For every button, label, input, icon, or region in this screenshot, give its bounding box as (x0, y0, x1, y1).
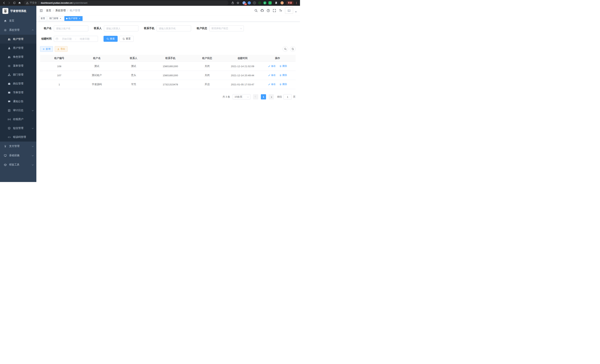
sidebar-item-post[interactable]: 岗位管理 (0, 79, 36, 88)
browser-back-button[interactable] (1, 0, 6, 5)
breadcrumb-home[interactable]: 首页 (46, 9, 51, 12)
current-page-button[interactable]: 1 (261, 94, 266, 99)
date-separator: - (75, 37, 76, 40)
browser-forward-button[interactable] (7, 0, 11, 5)
user-avatar[interactable] (285, 7, 293, 14)
user-icon (8, 47, 10, 49)
close-icon[interactable] (78, 17, 81, 20)
tenant-id-cell: 107 (40, 74, 78, 77)
status-label: 租户状态 (197, 27, 207, 30)
actions-cell: 修改 删除 (260, 74, 296, 77)
sidebar-item-error-code[interactable]: 错误码管理 (0, 133, 36, 141)
extensions-puzzle-icon[interactable] (274, 0, 279, 5)
prev-page-button[interactable] (253, 94, 258, 99)
share-button[interactable] (230, 0, 235, 5)
chevron-left-icon (255, 96, 256, 97)
create-time-label: 创建时间 (40, 37, 52, 40)
sidebar-item-tenant[interactable]: 租户管理 (0, 35, 36, 44)
yen-icon (4, 145, 7, 148)
breadcrumb-separator: / (53, 9, 54, 12)
tab-dept[interactable]: 部门管理 (48, 16, 64, 21)
extension-green-square-icon[interactable] (268, 1, 272, 4)
profile-avatar-icon[interactable] (281, 1, 284, 4)
sidebar-item-notice[interactable]: 通知公告 (0, 97, 36, 106)
mobile-label: 联系手机 (144, 27, 154, 30)
chevron-up-icon (32, 29, 34, 31)
system-submenu: 租户管理 用户管理 角色管理 菜单管理 部门管理 (0, 35, 36, 141)
browser-reload-button[interactable] (12, 0, 17, 5)
app-logo[interactable]: 芋道管理系统 (0, 6, 36, 16)
sidebar-item-infrastructure[interactable]: 基础设施 (0, 151, 36, 160)
tenant-name-cell: 测试 (78, 65, 115, 68)
help-icon[interactable] (267, 9, 270, 12)
sidebar-item-audit-log[interactable]: 审计日志 (0, 106, 36, 115)
mobile-input[interactable] (157, 25, 191, 31)
extension-green-letter-icon[interactable]: y (263, 1, 266, 4)
edit-icon (268, 74, 270, 76)
breadcrumb-system[interactable]: 系统管理 (55, 9, 66, 12)
address-bar[interactable]: 不安全 dashboard.yudao.iocoder.cn/system/te… (24, 0, 228, 5)
edit-link[interactable]: 修改 (268, 83, 276, 86)
close-icon[interactable] (59, 17, 62, 20)
page-size-select[interactable]: 10条/页 (233, 94, 251, 99)
browser-home-button[interactable] (17, 0, 22, 5)
status-select[interactable]: 请选择租户状态 (209, 25, 244, 31)
sidebar-item-role[interactable]: 角色管理 (0, 53, 36, 61)
header-search-icon[interactable] (254, 9, 258, 12)
browser-menu-kebab-icon[interactable] (294, 1, 299, 5)
add-button[interactable]: 新增 (40, 46, 53, 52)
next-page-button[interactable] (269, 94, 274, 99)
sidebar-item-menu[interactable]: 菜单管理 (0, 61, 36, 70)
delete-link[interactable]: 删除 (279, 74, 287, 77)
sidebar-item-dept[interactable]: 部门管理 (0, 70, 36, 79)
table-row: 1 芋道源码 芋艿 17321315478 开启 2021-01-05 17:0… (40, 80, 296, 89)
sidebar-item-sms[interactable]: 短信管理 (0, 124, 36, 133)
reset-button[interactable]: 重置 (120, 36, 134, 42)
end-date-input[interactable] (77, 37, 92, 40)
tenant-name-input[interactable] (54, 25, 88, 31)
chrome-update-button[interactable]: 更新 (286, 1, 294, 5)
chevron-down-icon (32, 127, 34, 129)
toggle-search-button[interactable] (282, 46, 288, 52)
column-header: 租户编号 (40, 56, 78, 60)
extension-pinned-icon[interactable]: 10 (243, 1, 246, 4)
sidebar-item-dict[interactable]: 字典管理 (0, 88, 36, 97)
github-icon[interactable] (261, 9, 264, 12)
create-time-range-picker[interactable]: - (54, 36, 98, 42)
mobile-cell: 15601691300 (152, 74, 189, 77)
fullscreen-icon[interactable] (273, 9, 276, 12)
export-button[interactable]: 导出 (55, 46, 67, 52)
gear-icon (4, 29, 7, 32)
extension-darkgreen-icon[interactable] (258, 1, 261, 4)
font-size-icon[interactable] (279, 9, 282, 12)
broken-image-icon (288, 9, 291, 12)
edit-link[interactable]: 修改 (268, 65, 276, 68)
goto-page-input[interactable] (283, 94, 292, 99)
extension-dark-icon[interactable] (253, 1, 256, 4)
chevron-down-icon (32, 145, 34, 147)
home-icon (4, 19, 7, 22)
delete-link[interactable]: 删除 (279, 83, 287, 86)
tab-home[interactable]: 首页 (39, 16, 47, 21)
sidebar-item-system[interactable]: 系统管理 (0, 25, 36, 35)
search-button[interactable]: 搜索 (103, 36, 118, 42)
extension-blue-icon[interactable] (248, 1, 251, 4)
refresh-table-button[interactable] (290, 46, 296, 52)
sidebar-item-user[interactable]: 用户管理 (0, 44, 36, 53)
start-date-input[interactable] (59, 37, 75, 40)
people-icon (8, 56, 10, 58)
book-icon (8, 91, 10, 94)
contact-input[interactable] (104, 25, 138, 31)
sidebar-item-dev-tools[interactable]: 研发工具 (0, 160, 36, 169)
bookmark-star-button[interactable] (235, 0, 240, 5)
table-header-row: 租户编号 租户名 联系人 联系手机 租户状态 创建时间 操作 (40, 55, 296, 62)
sidebar-toggle-hamburger-icon[interactable] (39, 9, 43, 12)
edit-link[interactable]: 修改 (268, 74, 276, 77)
sidebar-item-home[interactable]: 首页 (0, 16, 36, 25)
delete-link[interactable]: 删除 (279, 65, 287, 68)
sidebar-item-payment[interactable]: 支付管理 (0, 141, 36, 151)
edit-icon (268, 65, 270, 67)
avatar-dropdown-caret-icon[interactable] (295, 11, 297, 12)
sidebar-item-online-users[interactable]: 在线用户 (0, 115, 36, 124)
tab-tenant[interactable]: 租户管理 (64, 16, 83, 21)
